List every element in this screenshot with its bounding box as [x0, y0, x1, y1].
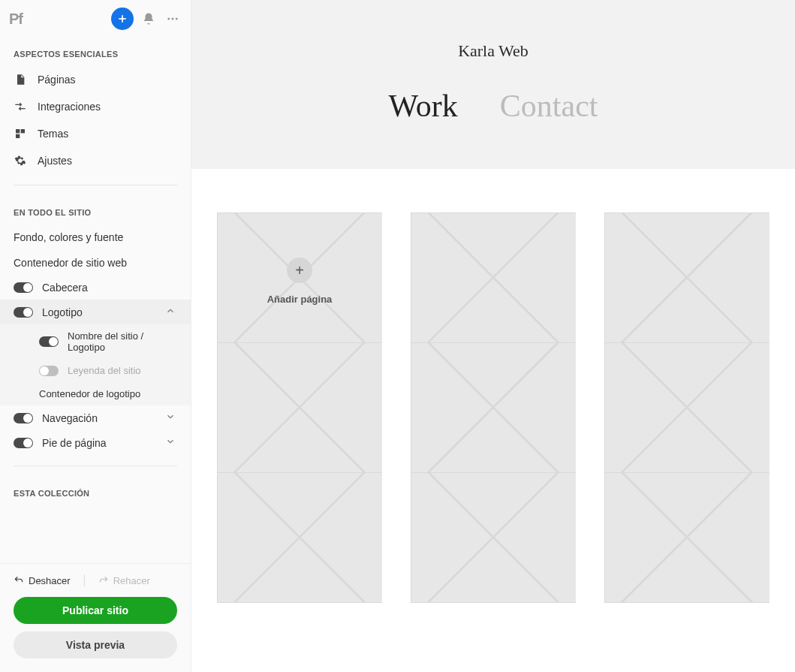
svg-point-4 [176, 18, 178, 20]
bell-icon [142, 12, 155, 26]
undo-label: Deshacer [29, 575, 71, 586]
themes-icon [14, 127, 27, 140]
placeholder-tile[interactable] [604, 212, 769, 603]
svg-point-2 [167, 18, 170, 20]
sidebar-bottom: Deshacer Rehacer Publicar sitio Vista pr… [0, 563, 191, 672]
app-logo: Pf [9, 11, 23, 28]
publish-button[interactable]: Publicar sitio [14, 597, 177, 624]
divider [84, 574, 85, 586]
add-page-tile[interactable]: + Añadir página [217, 212, 382, 603]
nav-integrations[interactable]: Integraciones [0, 93, 191, 120]
nav-themes[interactable]: Temas [0, 120, 191, 147]
logo-subgroup: Nombre del sitio / Logotipo Leyenda del … [0, 324, 191, 405]
nav-link-work[interactable]: Work [389, 88, 458, 124]
logo-sitename-label: Nombre del sitio / Logotipo [68, 330, 177, 353]
site-title[interactable]: Karla Web [191, 41, 795, 61]
toggle-footer[interactable] [14, 438, 33, 448]
page-icon [14, 73, 27, 86]
sitewide-header-label: Cabecera [42, 282, 177, 294]
site-header-preview: Karla Web Work Contact [191, 0, 795, 169]
placeholder-tile[interactable] [411, 212, 576, 603]
redo-button: Rehacer [98, 575, 150, 586]
site-nav: Work Contact [191, 88, 795, 124]
section-header-sitewide: EN TODO EL SITIO [0, 196, 191, 225]
sitewide-footer-row[interactable]: Pie de página [0, 430, 191, 455]
toggle-site-caption[interactable] [39, 366, 59, 376]
toggle-sitename-logo[interactable] [39, 336, 59, 347]
chevron-down-icon [165, 411, 177, 424]
nav-settings-label: Ajustes [38, 155, 72, 167]
sidebar-topbar: Pf [0, 0, 191, 38]
svg-rect-7 [16, 129, 20, 133]
section-header-essentials: ASPECTOS ESENCIALES [0, 38, 191, 66]
nav-pages-label: Páginas [38, 74, 76, 86]
logo-container-row[interactable]: Contenedor de logotipo [0, 382, 191, 405]
preview-button[interactable]: Vista previa [14, 631, 177, 658]
more-horizontal-icon [166, 12, 179, 26]
svg-rect-8 [21, 129, 25, 133]
integrations-icon [14, 100, 27, 113]
nav-link-contact[interactable]: Contact [500, 88, 598, 124]
chevron-up-icon [165, 306, 177, 318]
redo-icon [98, 575, 109, 586]
gear-icon [14, 154, 27, 167]
svg-point-3 [172, 18, 174, 20]
nav-pages[interactable]: Páginas [0, 66, 191, 93]
undo-button[interactable]: Deshacer [14, 575, 71, 586]
add-button[interactable] [111, 8, 134, 30]
sitewide-navigation-row[interactable]: Navegación [0, 405, 191, 430]
sitewide-logo-row[interactable]: Logotipo [0, 300, 191, 324]
notifications-button[interactable] [140, 10, 158, 28]
redo-label: Rehacer [113, 575, 150, 586]
more-menu-button[interactable] [164, 10, 182, 28]
logo-sitename-row[interactable]: Nombre del sitio / Logotipo [0, 324, 191, 359]
sitewide-header-row[interactable]: Cabecera [0, 276, 191, 300]
section-header-collection: ESTA COLECCIÓN [0, 477, 191, 505]
page-grid: + Añadir página [191, 169, 795, 633]
divider [14, 466, 177, 466]
undo-redo-bar: Deshacer Rehacer [14, 574, 177, 586]
canvas[interactable]: Karla Web Work Contact + Añadir página [191, 0, 795, 672]
undo-icon [14, 575, 24, 586]
nav-themes-label: Temas [38, 128, 68, 140]
divider [14, 185, 177, 185]
sitewide-navigation-label: Navegación [42, 412, 156, 424]
chevron-down-icon [165, 436, 177, 449]
nav-integrations-label: Integraciones [38, 101, 101, 113]
plus-circle-icon: + [287, 258, 312, 283]
nav-settings[interactable]: Ajustes [0, 147, 191, 174]
sitewide-bg-colors-font[interactable]: Fondo, colores y fuente [0, 225, 191, 250]
sitewide-site-container[interactable]: Contenedor de sitio web [0, 250, 191, 276]
toggle-logo[interactable] [14, 307, 33, 318]
plus-icon [117, 14, 128, 24]
toggle-navigation[interactable] [14, 413, 33, 423]
svg-rect-9 [16, 134, 20, 138]
logo-caption-label: Leyenda del sitio [68, 365, 141, 376]
sidebar-scroll[interactable]: ASPECTOS ESENCIALES Páginas Integracione… [0, 38, 191, 563]
sidebar: Pf ASPECTOS ESENCIALES Páginas Integraci… [0, 0, 191, 672]
add-page-label: Añadir página [267, 294, 333, 305]
toggle-header[interactable] [14, 282, 33, 293]
sitewide-footer-label: Pie de página [42, 437, 156, 449]
sitewide-logo-label: Logotipo [42, 306, 156, 318]
logo-caption-row[interactable]: Leyenda del sitio [0, 359, 191, 382]
